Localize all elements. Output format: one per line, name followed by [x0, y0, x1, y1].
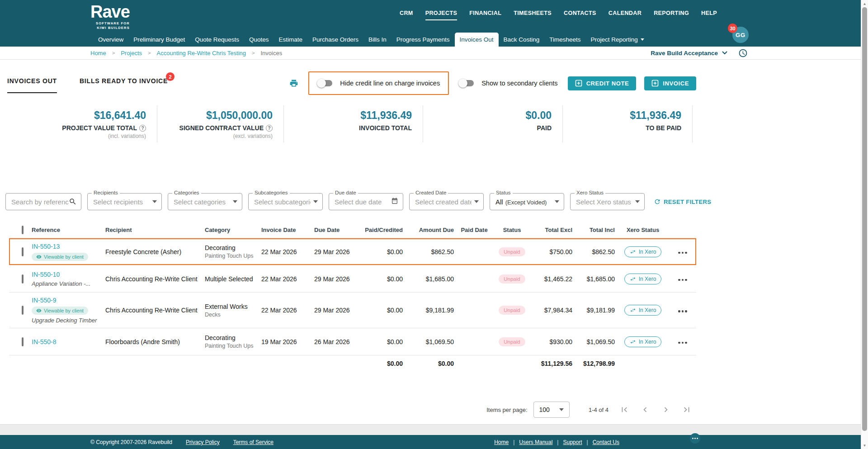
invoice-reference-link[interactable]: IN-550-13 [32, 243, 105, 250]
invoice-button[interactable]: INVOICE [644, 76, 696, 90]
search-input[interactable] [11, 198, 69, 206]
cell-status: Unpaid [493, 337, 531, 346]
main-nav-reporting[interactable]: REPORTING [654, 10, 689, 20]
add-box-icon [575, 80, 582, 87]
breadcrumb-link-home[interactable]: Home [90, 50, 106, 57]
scrollbar-thumb[interactable] [862, 7, 867, 431]
invoice-reference-link[interactable]: IN-550-9 [32, 297, 105, 304]
cell-total-excl: $7,984.34 [531, 307, 574, 314]
cell-amount-due: $1,685.00 [405, 275, 456, 283]
project-nav-timesheets[interactable]: Timesheets [544, 33, 585, 47]
cell-reference: IN-550-13Viewable by client [32, 243, 105, 261]
scroll-up-arrow-icon[interactable]: ▲ [861, 0, 868, 7]
more-options-icon[interactable] [676, 277, 689, 283]
filter-label: Recipients [92, 190, 120, 195]
footer-link-users-manual[interactable]: Users Manual [519, 439, 552, 449]
next-page-icon [661, 405, 671, 415]
breadcrumb-link-projects[interactable]: Projects [121, 50, 142, 57]
filter-subcategories[interactable]: SubcategoriesSelect subcategories [248, 193, 323, 210]
help-widget-button[interactable] [690, 433, 700, 444]
dropdown-caret-icon [635, 200, 640, 203]
main-nav-contacts[interactable]: CONTACTS [564, 10, 596, 20]
footer-link-terms-of-service[interactable]: Terms of Service [233, 439, 274, 449]
column-header-total-incl: Total Incl [574, 227, 617, 233]
last-page-button[interactable] [682, 405, 692, 415]
print-icon[interactable] [289, 79, 298, 88]
column-header-reference: Reference [32, 227, 105, 233]
history-clock-icon[interactable] [738, 48, 748, 58]
project-nav-invoices-out[interactable]: Invoices Out [455, 33, 499, 47]
filter-status[interactable]: StatusAll(Except Voided) [490, 193, 564, 210]
main-nav-help[interactable]: HELP [701, 10, 717, 20]
project-nav-back-costing[interactable]: Back Costing [499, 33, 545, 47]
xero-status-badge[interactable]: In Xero [624, 274, 662, 284]
filter-due-date[interactable]: Due dateSelect due date [329, 193, 403, 210]
rave-logo[interactable]: Rave SOFTWARE FOR KIWI BUILDERS [90, 3, 130, 30]
app-header: Rave SOFTWARE FOR KIWI BUILDERS CRMPROJE… [0, 0, 868, 47]
column-header-paid-credited: Paid/Credited [365, 227, 405, 233]
cell-xero-status: In Xero [617, 305, 669, 316]
footer-link-privacy-policy[interactable]: Privacy Policy [186, 439, 220, 449]
scroll-down-arrow-icon[interactable]: ▼ [861, 442, 868, 449]
project-nav-purchase-orders[interactable]: Purchase Orders [307, 33, 363, 47]
previous-page-button[interactable] [640, 405, 650, 415]
row-checkbox[interactable] [22, 274, 24, 284]
credit-note-button[interactable]: CREDIT NOTE [568, 76, 637, 90]
filter-label: Categories [172, 190, 201, 195]
next-page-button[interactable] [661, 405, 671, 415]
vertical-scrollbar[interactable]: ▲ ▼ [861, 0, 868, 449]
user-menu[interactable]: 30 GG [732, 27, 749, 43]
summary-label: TO BE PAID [646, 124, 681, 132]
cell-status: Unpaid [493, 247, 531, 256]
tab-bills-ready-to-invoice[interactable]: BILLS READY TO INVOICE 2 [80, 77, 168, 93]
cell-invoice-date: 22 Mar 2026 [261, 275, 314, 283]
items-per-page-select[interactable]: 100 [533, 402, 570, 418]
filter-categories[interactable]: CategoriesSelect categories [168, 193, 242, 210]
main-nav-timesheets[interactable]: TIMESHEETS [514, 10, 552, 20]
xero-status-badge[interactable]: In Xero [624, 246, 662, 257]
pagination: Items per page: 100 1-4 of 4 [0, 402, 692, 418]
invoice-label: INVOICE [663, 80, 689, 87]
filter-xero-status[interactable]: Xero StatusSelect Xero status [570, 193, 645, 210]
filter-created-date[interactable]: Created DateSelect created date [409, 193, 484, 210]
more-options-icon[interactable] [676, 308, 689, 314]
xero-status-badge[interactable]: In Xero [624, 336, 662, 347]
category-name: Decorating [205, 334, 261, 341]
footer-link-contact-us[interactable]: Contact Us [593, 439, 619, 449]
hide-credit-line-toggle[interactable] [317, 80, 332, 86]
filter-recipients[interactable]: RecipientsSelect recipients [87, 193, 162, 210]
row-checkbox[interactable] [22, 337, 24, 346]
select-all-checkbox[interactable] [22, 226, 24, 234]
project-nav-estimate[interactable]: Estimate [274, 33, 307, 47]
project-nav-bills-in[interactable]: Bills In [363, 33, 392, 47]
help-icon[interactable]: ? [266, 125, 273, 132]
project-nav-quotes[interactable]: Quotes [244, 33, 274, 47]
prev-page-icon [640, 405, 650, 415]
invoice-reference-link[interactable]: IN-550-10 [32, 271, 105, 278]
invoice-reference-link[interactable]: IN-550-8 [32, 338, 105, 345]
more-options-icon[interactable] [676, 250, 689, 256]
project-nav-project-reporting[interactable]: Project Reporting [585, 33, 649, 47]
project-nav-quote-requests[interactable]: Quote Requests [190, 33, 244, 47]
row-checkbox[interactable] [22, 247, 24, 256]
breadcrumb-link-accounting-re-write-chris-testing[interactable]: Accounting Re-Write Chris Testing [157, 50, 246, 57]
column-header-paid-date: Paid Date [456, 227, 493, 233]
project-nav-preliminary-budget[interactable]: Preliminary Budget [128, 33, 190, 47]
more-options-icon[interactable] [676, 340, 689, 346]
footer-link-home[interactable]: Home [494, 439, 509, 449]
xero-status-badge[interactable]: In Xero [624, 305, 662, 316]
main-nav-financial[interactable]: FINANCIAL [469, 10, 501, 20]
help-icon[interactable]: ? [139, 125, 146, 132]
main-nav-crm[interactable]: CRM [400, 10, 413, 20]
project-selector[interactable]: Rave Build Acceptance [651, 50, 727, 57]
tab-invoices-out[interactable]: INVOICES OUT [7, 77, 57, 93]
show-secondary-clients-toggle[interactable] [459, 80, 474, 86]
main-nav-calendar[interactable]: CALENDAR [609, 10, 642, 20]
footer-link-support[interactable]: Support [563, 439, 582, 449]
main-nav-projects[interactable]: PROJECTS [425, 10, 458, 20]
row-checkbox[interactable] [22, 306, 24, 315]
project-nav-overview[interactable]: Overview [93, 33, 128, 47]
first-page-button[interactable] [619, 405, 629, 415]
project-nav-progress-payments[interactable]: Progress Payments [392, 33, 455, 47]
reset-filters-button[interactable]: RESET FILTERS [654, 198, 711, 205]
